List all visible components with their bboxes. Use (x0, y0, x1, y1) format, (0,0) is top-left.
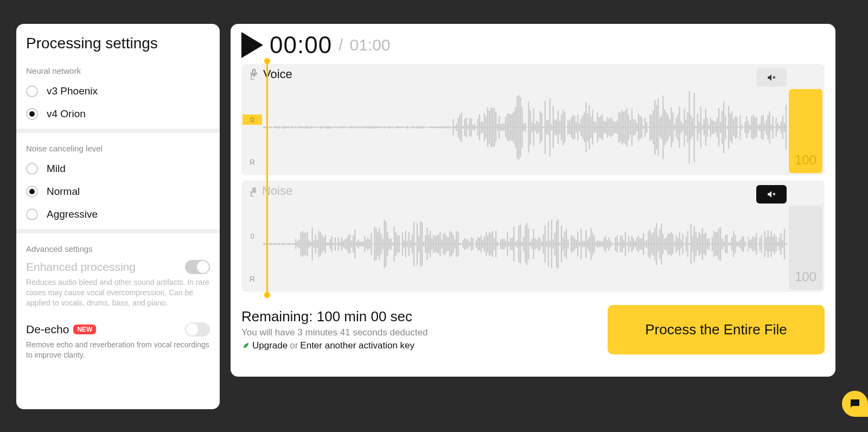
deecho-title: De-echo NEW (26, 323, 96, 336)
voice-volume-slider[interactable]: 100 (789, 89, 822, 173)
enhanced-processing-desc: Reduces audio bleed and other sound arti… (26, 277, 210, 308)
advanced-settings-label: Advanced settings (16, 237, 220, 258)
voice-waveform (263, 84, 788, 171)
radio-label: Normal (47, 186, 80, 198)
settings-panel: Processing settings Neural network v3 Ph… (16, 24, 220, 409)
radio-icon (26, 163, 38, 175)
voice-track[interactable]: Voice L 0 R 100 (241, 64, 825, 175)
voice-track-title: Voice (249, 67, 292, 81)
channel-right: R (250, 275, 255, 283)
enhanced-processing-row: Enhanced processing Reduces audio bleed … (16, 258, 220, 312)
radio-v3-phoenix[interactable]: v3 Phoenix (16, 80, 220, 103)
noise-track-title: Noise (249, 184, 292, 198)
time-current: 00:00 (270, 31, 332, 59)
enter-key-link[interactable]: Enter another activation key (300, 340, 414, 351)
enhanced-processing-toggle[interactable] (185, 260, 210, 274)
settings-title: Processing settings (16, 35, 220, 59)
noise-level-label: Noise canceling level (16, 136, 220, 157)
neural-network-label: Neural network (16, 59, 220, 80)
time-separator: / (339, 36, 343, 54)
channel-zero: 0 (242, 231, 262, 242)
voice-mute-button[interactable] (756, 68, 787, 87)
radio-aggressive[interactable]: Aggressive (16, 203, 220, 226)
deecho-title-text: De-echo (26, 323, 69, 336)
channel-zero: 0 (242, 115, 262, 125)
deecho-toggle[interactable] (185, 322, 210, 336)
upgrade-line: Upgrade or Enter another activation key (241, 340, 427, 351)
leaf-icon (241, 340, 250, 351)
new-badge: NEW (73, 325, 96, 334)
radio-icon (26, 208, 38, 220)
svg-point-324 (251, 192, 253, 194)
svg-point-325 (254, 191, 256, 193)
noise-volume-slider[interactable]: 100 (789, 206, 822, 290)
play-button[interactable] (241, 32, 263, 58)
radio-label: Aggressive (47, 208, 98, 220)
svg-rect-0 (253, 69, 256, 74)
radio-icon (26, 186, 38, 198)
deecho-desc: Remove echo and reverberation from vocal… (26, 340, 210, 360)
noise-volume-value: 100 (795, 269, 816, 290)
radio-label: Mild (47, 163, 66, 175)
footer-info: Remaining: 100 min 00 sec You will have … (241, 308, 427, 351)
channel-right: R (250, 158, 255, 167)
deducted-info: You will have 3 minutes 41 seconds deduc… (241, 327, 427, 338)
divider (16, 229, 220, 233)
enhanced-processing-title: Enhanced processing (26, 261, 136, 274)
time-total: 01:00 (349, 36, 390, 54)
radio-mild[interactable]: Mild (16, 157, 220, 180)
noise-track[interactable]: Noise L 0 R 100 (241, 181, 825, 292)
process-file-button[interactable]: Process the Entire File (608, 305, 825, 354)
playhead[interactable] (266, 61, 268, 295)
help-button[interactable] (842, 391, 868, 417)
remaining-time: Remaining: 100 min 00 sec (241, 308, 427, 325)
mic-icon (249, 67, 259, 81)
noise-mute-button[interactable] (756, 185, 787, 204)
or-text: or (290, 340, 298, 351)
note-icon (249, 184, 258, 198)
noise-waveform (263, 200, 788, 288)
radio-normal[interactable]: Normal (16, 180, 220, 203)
player-footer: Remaining: 100 min 00 sec You will have … (241, 305, 825, 354)
tracks-container: Voice L 0 R 100 Noise (241, 64, 825, 297)
deecho-row: De-echo NEW Remove echo and reverberatio… (16, 320, 220, 364)
radio-v4-orion[interactable]: v4 Orion (16, 103, 220, 125)
voice-volume-value: 100 (795, 153, 816, 173)
divider (16, 129, 220, 133)
transport: 00:00 / 01:00 (241, 31, 825, 59)
radio-label: v3 Phoenix (47, 85, 98, 97)
radio-label: v4 Orion (47, 108, 86, 120)
radio-icon (26, 108, 38, 120)
radio-icon (26, 85, 38, 97)
player-panel: 00:00 / 01:00 Voice L 0 R 100 (231, 24, 835, 377)
upgrade-link[interactable]: Upgrade (252, 340, 288, 351)
